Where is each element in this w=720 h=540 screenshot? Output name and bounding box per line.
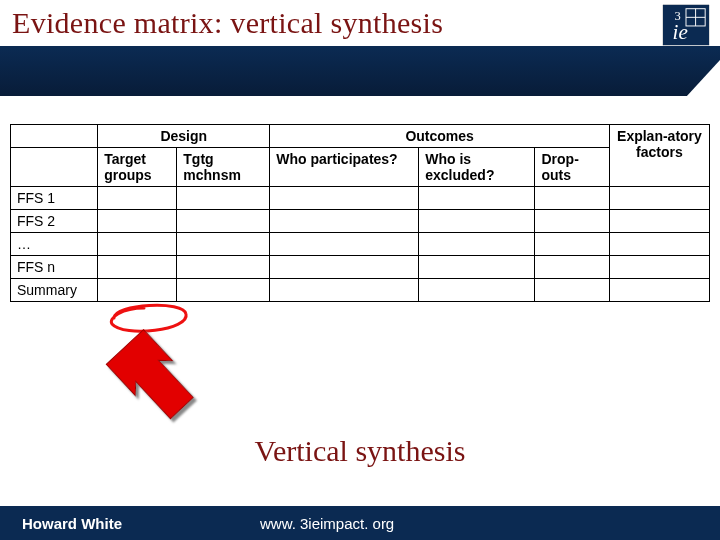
row-label: Summary — [11, 279, 98, 302]
group-header-design: Design — [98, 125, 270, 148]
col-who-excluded: Who is excluded? — [419, 148, 535, 187]
col-dropouts: Drop-outs — [535, 148, 609, 187]
footer-url: www. 3ieimpact. org — [260, 515, 394, 532]
svg-text:ie: ie — [673, 20, 688, 44]
col-target-groups: Target groups — [98, 148, 177, 187]
slide-header: Evidence matrix: vertical synthesis 3 ie — [0, 0, 720, 48]
footer-author: Howard White — [0, 515, 122, 532]
row-label: … — [11, 233, 98, 256]
red-arrow-annotation — [102, 324, 212, 434]
table-group-header-row: Design Outcomes Explan-atory factors — [11, 125, 710, 148]
table-sub-header-row: Target groups Tgtg mchnsm Who participat… — [11, 148, 710, 187]
table-row: FFS 1 — [11, 187, 710, 210]
group-header-outcomes: Outcomes — [270, 125, 610, 148]
slide-footer: Howard White www. 3ieimpact. org — [0, 506, 720, 540]
row-label: FFS 1 — [11, 187, 98, 210]
hand-drawn-circle-annotation — [104, 300, 194, 336]
page-title: Evidence matrix: vertical synthesis — [12, 6, 708, 40]
evidence-matrix-table-wrap: Design Outcomes Explan-atory factors Tar… — [0, 96, 720, 302]
logo-3ie: 3 ie — [662, 4, 710, 46]
col-tgtg-mchnsm: Tgtg mchnsm — [177, 148, 270, 187]
table-corner-cell — [11, 125, 98, 148]
row-label: FFS n — [11, 256, 98, 279]
table-row: … — [11, 233, 710, 256]
col-explan-factors: Explan-atory factors — [609, 125, 709, 187]
row-label: FFS 2 — [11, 210, 98, 233]
table-row: Summary — [11, 279, 710, 302]
svg-marker-6 — [104, 328, 195, 419]
header-ribbon — [0, 48, 720, 96]
table-row: FFS n — [11, 256, 710, 279]
table-row: FFS 2 — [11, 210, 710, 233]
col-who-participates: Who participates? — [270, 148, 419, 187]
vertical-synthesis-title: Vertical synthesis — [0, 434, 720, 468]
evidence-matrix-table: Design Outcomes Explan-atory factors Tar… — [10, 124, 710, 302]
table-rowlabel-header — [11, 148, 98, 187]
